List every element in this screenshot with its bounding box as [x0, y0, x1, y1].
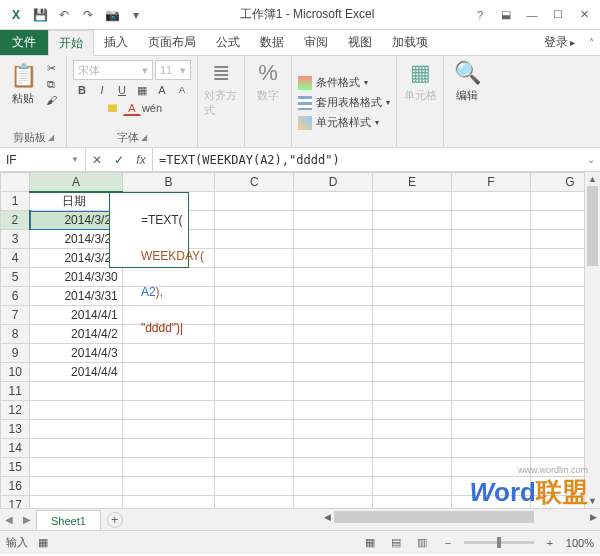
cell[interactable]	[452, 363, 531, 382]
row-header-2[interactable]: 2	[1, 211, 30, 230]
cell[interactable]	[294, 306, 373, 325]
cell[interactable]	[452, 192, 531, 211]
cell[interactable]: 2014/4/4	[30, 363, 122, 382]
cell[interactable]	[122, 382, 214, 401]
cell[interactable]	[452, 496, 531, 509]
cell[interactable]	[452, 420, 531, 439]
alignment-button[interactable]: ≣ 对齐方式	[204, 60, 238, 118]
row-header-10[interactable]: 10	[1, 363, 30, 382]
col-header-B[interactable]: B	[122, 173, 214, 192]
cell[interactable]	[294, 344, 373, 363]
view-normal-icon[interactable]: ▦	[360, 535, 380, 551]
clipboard-launcher-icon[interactable]: ◢	[48, 133, 54, 142]
cell[interactable]	[373, 458, 452, 477]
vscroll-thumb[interactable]	[587, 186, 598, 266]
cell[interactable]	[452, 249, 531, 268]
maximize-icon[interactable]: ☐	[546, 5, 570, 25]
cell[interactable]	[373, 382, 452, 401]
help-icon[interactable]: ?	[468, 5, 492, 25]
cell[interactable]: 2014/4/1	[30, 306, 122, 325]
row-header-7[interactable]: 7	[1, 306, 30, 325]
cell[interactable]	[30, 439, 122, 458]
cell[interactable]	[215, 268, 294, 287]
cell[interactable]	[294, 192, 373, 211]
cell[interactable]	[373, 363, 452, 382]
undo-icon[interactable]: ↶	[54, 5, 74, 25]
close-icon[interactable]: ✕	[572, 5, 596, 25]
cell[interactable]	[122, 401, 214, 420]
cell[interactable]	[122, 496, 214, 509]
conditional-format-button[interactable]: 条件格式▾	[298, 73, 390, 93]
row-header-16[interactable]: 16	[1, 477, 30, 496]
cell[interactable]	[373, 287, 452, 306]
cell[interactable]	[452, 382, 531, 401]
cell-styles-button[interactable]: 单元格样式▾	[298, 113, 390, 133]
cell[interactable]	[294, 249, 373, 268]
cell[interactable]	[122, 363, 214, 382]
tab-view[interactable]: 视图	[338, 30, 382, 55]
row-header-14[interactable]: 14	[1, 439, 30, 458]
minimize-icon[interactable]: —	[520, 5, 544, 25]
cell[interactable]	[215, 458, 294, 477]
col-header-D[interactable]: D	[294, 173, 373, 192]
cell[interactable]	[294, 458, 373, 477]
cell[interactable]	[215, 420, 294, 439]
ribbon-options-icon[interactable]: ⬓	[494, 5, 518, 25]
camera-icon[interactable]: 📷	[102, 5, 122, 25]
cell[interactable]	[452, 230, 531, 249]
row-header-12[interactable]: 12	[1, 401, 30, 420]
cell[interactable]	[122, 439, 214, 458]
scroll-right-icon[interactable]: ▶	[586, 512, 600, 522]
cell[interactable]	[452, 458, 531, 477]
cell-editor[interactable]: =TEXT( WEEKDAY( A2), "dddd")|	[109, 192, 189, 268]
cell[interactable]	[215, 249, 294, 268]
cell[interactable]	[30, 420, 122, 439]
phonetic-button[interactable]: wén	[143, 100, 161, 116]
tab-insert[interactable]: 插入	[94, 30, 138, 55]
cut-icon[interactable]: ✂	[42, 60, 60, 76]
row-header-6[interactable]: 6	[1, 287, 30, 306]
login-link[interactable]: 登录▸	[536, 30, 583, 55]
sheet-nav-next-icon[interactable]: ▶	[18, 509, 36, 530]
view-layout-icon[interactable]: ▤	[386, 535, 406, 551]
name-box[interactable]: IF▼	[0, 148, 86, 171]
worksheet-grid[interactable]: A B C D E F G 1日期22014/3/2732014/3/28420…	[0, 172, 600, 508]
scroll-up-icon[interactable]: ▲	[585, 172, 600, 186]
cell[interactable]	[122, 477, 214, 496]
cell[interactable]	[294, 401, 373, 420]
editing-button[interactable]: 🔍 编辑	[450, 60, 484, 103]
cell[interactable]	[215, 230, 294, 249]
tab-addins[interactable]: 加载项	[382, 30, 438, 55]
cell[interactable]	[373, 439, 452, 458]
redo-icon[interactable]: ↷	[78, 5, 98, 25]
zoom-in-button[interactable]: +	[540, 535, 560, 551]
bold-button[interactable]: B	[73, 82, 91, 98]
cell[interactable]: 2014/3/30	[30, 268, 122, 287]
cell[interactable]	[373, 268, 452, 287]
cell[interactable]	[373, 477, 452, 496]
cell[interactable]	[122, 458, 214, 477]
row-header-8[interactable]: 8	[1, 325, 30, 344]
cell[interactable]	[215, 363, 294, 382]
cell[interactable]	[452, 439, 531, 458]
cell[interactable]	[294, 287, 373, 306]
cell[interactable]	[215, 344, 294, 363]
cell[interactable]	[215, 211, 294, 230]
cell[interactable]	[294, 477, 373, 496]
zoom-level[interactable]: 100%	[566, 537, 594, 549]
cell[interactable]	[30, 401, 122, 420]
cell[interactable]	[294, 382, 373, 401]
tab-data[interactable]: 数据	[250, 30, 294, 55]
cell[interactable]	[294, 268, 373, 287]
row-header-15[interactable]: 15	[1, 458, 30, 477]
sheet-tab-1[interactable]: Sheet1	[36, 510, 101, 530]
cell[interactable]	[294, 363, 373, 382]
cell[interactable]	[30, 477, 122, 496]
scroll-left-icon[interactable]: ◀	[320, 512, 334, 522]
zoom-slider[interactable]	[464, 541, 534, 544]
cell[interactable]	[452, 287, 531, 306]
format-painter-icon[interactable]: 🖌	[42, 92, 60, 108]
cell[interactable]	[373, 325, 452, 344]
cell[interactable]	[452, 344, 531, 363]
row-header-3[interactable]: 3	[1, 230, 30, 249]
